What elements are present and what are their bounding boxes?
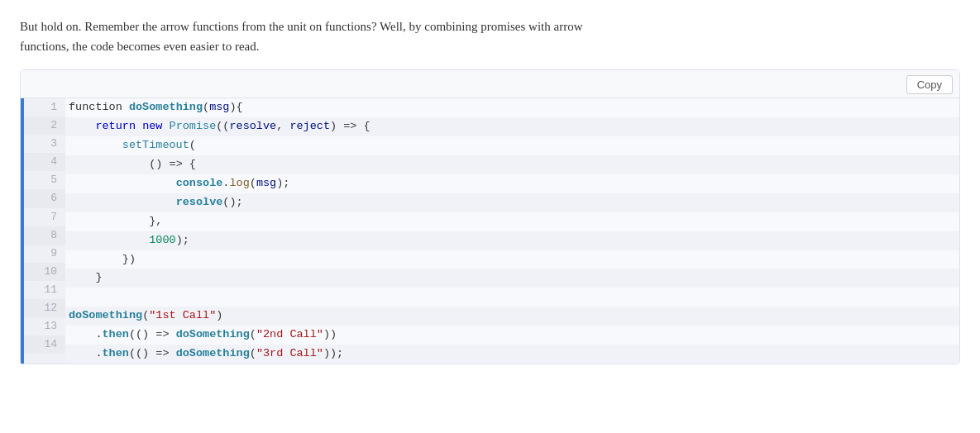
code-line: function doSomething(msg){ xyxy=(65,98,959,117)
code-line: return new Promise((resolve, reject) => … xyxy=(65,117,959,136)
line-number: 13 xyxy=(24,317,65,335)
code-line: doSomething("1st Call") xyxy=(65,307,959,326)
line-number: 14 xyxy=(24,335,65,354)
code-line: () => { xyxy=(65,155,959,174)
code-line: resolve(); xyxy=(65,193,959,212)
code-line: }, xyxy=(65,212,959,231)
code-line: .then(() => doSomething("2nd Call")) xyxy=(65,326,959,345)
line-number: 12 xyxy=(24,299,65,317)
line-number: 4 xyxy=(24,153,65,171)
copy-button-container: Copy xyxy=(21,70,959,98)
line-number: 7 xyxy=(24,208,65,226)
code-line: console.log(msg); xyxy=(65,174,959,193)
copy-button[interactable]: Copy xyxy=(906,75,953,94)
code-line: setTimeout( xyxy=(65,136,959,155)
intro-paragraph: But hold on. Remember the arrow function… xyxy=(20,17,665,56)
line-number: 1 xyxy=(24,98,65,117)
line-number: 9 xyxy=(24,245,65,263)
code-line: } xyxy=(65,269,959,288)
code-line xyxy=(65,288,959,307)
code-line: }) xyxy=(65,250,959,269)
code-block: 1234567891011121314 function doSomething… xyxy=(21,98,959,364)
line-numbers: 1234567891011121314 xyxy=(21,98,65,364)
line-number: 6 xyxy=(24,189,65,207)
code-line: .then(() => doSomething("3rd Call")); xyxy=(65,345,959,364)
line-number: 11 xyxy=(24,281,65,299)
line-number: 8 xyxy=(24,226,65,245)
line-number: 10 xyxy=(24,263,65,281)
code-line: 1000); xyxy=(65,231,959,250)
code-content: function doSomething(msg){ return new Pr… xyxy=(65,98,959,364)
line-number: 5 xyxy=(24,171,65,189)
code-block-wrapper: Copy 1234567891011121314 function doSome… xyxy=(20,69,960,364)
line-number: 3 xyxy=(24,135,65,153)
line-number: 2 xyxy=(24,117,65,135)
